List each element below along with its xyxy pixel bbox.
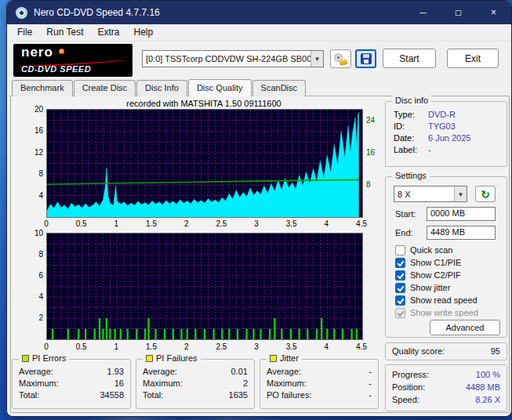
pie-total-value: 34558	[100, 390, 124, 400]
show-jitter-row: Show jitter	[395, 282, 450, 293]
cd-dvd-speed-text: CD-DVD SPEED	[21, 64, 91, 74]
speed-right-axis: 81624	[366, 109, 383, 216]
menu-run-test[interactable]: Run Test	[39, 24, 90, 41]
pie-average-value: 1.93	[107, 367, 124, 376]
pie-x-axis: 00.511.522.533.544.5	[46, 219, 363, 229]
po-failures-label: PO failures:	[267, 390, 311, 400]
show-c1-pie-row: Show C1/PIE	[395, 257, 461, 268]
titlebar: Nero CD-DVD Speed 4.7.7.16 ─ □ ×	[7, 1, 511, 24]
menu-file[interactable]: File	[10, 24, 39, 41]
end-position-field[interactable]: 4489 MB	[427, 226, 496, 240]
pie-average-label: Average:	[19, 367, 53, 376]
pi-errors-chart	[46, 109, 363, 218]
refresh-icon: ↻	[481, 188, 490, 201]
pie-maximum-value: 16	[114, 378, 124, 388]
menu-help[interactable]: Help	[127, 24, 161, 41]
tabstrip: Benchmark Create Disc Disc Info Disc Qua…	[12, 80, 307, 96]
jitter-maximum-label: Maximum:	[267, 378, 307, 388]
tab-benchmark[interactable]: Benchmark	[12, 80, 73, 96]
show-c2-pif-row: Show C2/PIF	[395, 270, 461, 281]
show-c1-pie-checkbox[interactable]	[395, 258, 405, 268]
pif-average-label: Average:	[143, 367, 177, 376]
quick-scan-row: Quick scan	[395, 244, 452, 255]
pie-maximum-label: Maximum:	[19, 378, 59, 388]
chart-header: recorded with MATSHITA 1.50 09111600	[46, 99, 361, 108]
progress-panel: Progress:100 % Position:4488 MB Speed:8.…	[385, 364, 507, 411]
disc-label-label: Label:	[394, 145, 428, 154]
position-label: Position:	[392, 382, 425, 392]
po-failures-value: -	[369, 390, 372, 400]
settings-panel: Settings 8 X ▾ ↻ Start: 0000 MB End: 448…	[385, 176, 507, 338]
start-field-label: Start:	[395, 209, 416, 219]
show-jitter-label: Show jitter	[410, 283, 450, 292]
drive-select[interactable]: [0:0] TSSTcorp CDDVDW SH-224GB SB00 ▾	[142, 50, 324, 67]
nero-logo: nero CD-DVD SPEED	[13, 44, 133, 77]
disc-id-value: TYG03	[428, 121, 456, 131]
jitter-average-value: -	[369, 367, 372, 376]
pi-errors-panel: PI Errors Average:1.93 Maximum:16 Total:…	[12, 359, 131, 409]
advanced-button[interactable]: Advanced	[430, 320, 500, 335]
nero-logo-text: nero	[21, 45, 53, 60]
pif-left-axis: 246810	[26, 233, 45, 339]
eject-disc-button[interactable]	[330, 49, 351, 68]
close-button[interactable]: ×	[476, 1, 511, 24]
pie-total-label: Total:	[19, 390, 39, 400]
chevron-down-icon[interactable]: ▾	[310, 51, 323, 67]
app-window: Nero CD-DVD Speed 4.7.7.16 ─ □ × File Ru…	[6, 0, 512, 417]
show-c2-pif-label: Show C2/PIF	[410, 270, 461, 280]
window-title: Nero CD-DVD Speed 4.7.7.16	[34, 7, 405, 18]
pie-left-axis: 48121620	[26, 109, 45, 216]
minimize-button[interactable]: ─	[405, 1, 441, 24]
save-icon	[361, 53, 372, 64]
pif-x-axis: 00.511.522.533.544.5	[46, 342, 363, 352]
pif-maximum-label: Maximum:	[143, 378, 183, 388]
show-write-speed-row: Show write speed	[395, 307, 478, 318]
tab-scandisc[interactable]: ScanDisc	[252, 80, 306, 96]
quality-score-label: Quality score:	[392, 346, 445, 356]
show-read-speed-checkbox[interactable]	[395, 295, 405, 306]
position-value: 4488 MB	[466, 382, 500, 392]
jitter-maximum-value: -	[369, 378, 372, 388]
jitter-average-label: Average:	[267, 367, 301, 376]
start-button[interactable]: Start	[383, 49, 436, 68]
jitter-title: Jitter	[280, 353, 299, 363]
window-controls: ─ □ ×	[405, 1, 511, 24]
start-position-field[interactable]: 0000 MB	[427, 207, 496, 221]
exit-button[interactable]: Exit	[447, 49, 499, 68]
quick-scan-label: Quick scan	[410, 245, 452, 255]
show-write-speed-checkbox[interactable]	[395, 308, 405, 318]
progress-value: 100 %	[476, 370, 500, 379]
pif-average-value: 0.01	[231, 367, 248, 376]
speed-value: 8.26 X	[475, 395, 500, 404]
show-c1-pie-label: Show C1/PIE	[410, 258, 461, 267]
show-jitter-checkbox[interactable]	[395, 283, 405, 293]
disc-type-label: Type:	[394, 110, 428, 119]
chevron-down-icon[interactable]: ▾	[454, 186, 467, 201]
disc-label-value: -	[428, 145, 431, 154]
disc-date-value: 6 Jun 2025	[428, 133, 470, 143]
save-button[interactable]	[355, 49, 376, 68]
refresh-button[interactable]: ↻	[475, 186, 496, 202]
tab-create-disc[interactable]: Create Disc	[74, 80, 136, 96]
app-disc-icon	[16, 7, 27, 19]
show-write-speed-label: Show write speed	[410, 308, 478, 317]
show-c2-pif-checkbox[interactable]	[395, 270, 405, 281]
scan-speed-select[interactable]: 8 X ▾	[394, 186, 467, 202]
disc-info-title: Disc info	[392, 96, 431, 105]
speed-label: Speed:	[392, 395, 419, 404]
show-read-speed-row: Show read speed	[395, 295, 478, 306]
menu-extra[interactable]: Extra	[90, 24, 126, 41]
pi-failures-chart	[46, 233, 363, 340]
disc-date-label: Date:	[394, 133, 428, 143]
scan-speed-value: 8 X	[394, 190, 454, 199]
disc-type-value: DVD-R	[428, 110, 456, 119]
pif-total-label: Total:	[143, 390, 163, 400]
maximize-button[interactable]: □	[441, 1, 476, 24]
show-read-speed-label: Show read speed	[410, 295, 478, 305]
pi-errors-title: PI Errors	[32, 353, 66, 363]
tab-disc-quality[interactable]: Disc Quality	[188, 79, 252, 96]
disc-info-panel: Disc info Type:DVD-R ID:TYG03 Date:6 Jun…	[385, 101, 507, 167]
quick-scan-checkbox[interactable]	[395, 245, 405, 255]
toolbar: nero CD-DVD SPEED [0:0] TSSTcorp CDDVDW …	[7, 42, 511, 79]
tab-disc-info[interactable]: Disc Info	[136, 80, 187, 96]
